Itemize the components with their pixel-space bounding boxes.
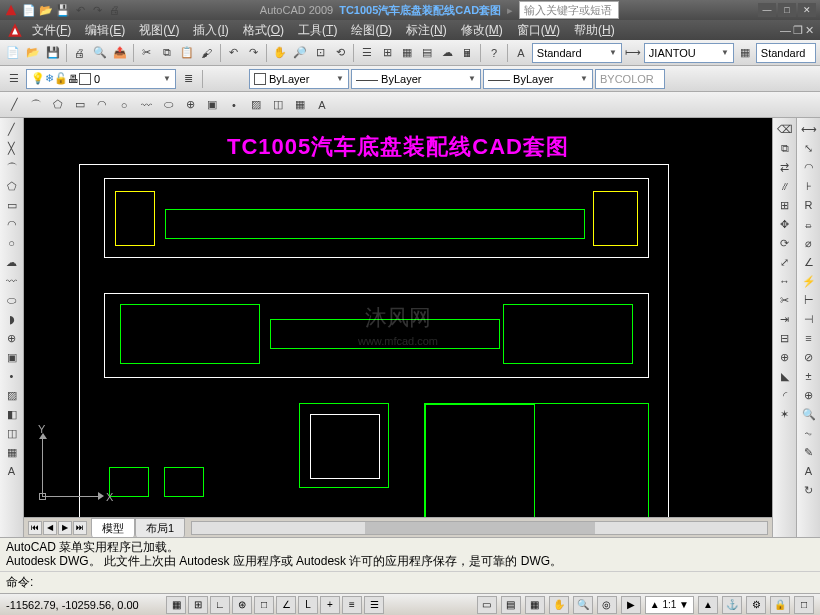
pan-icon[interactable]: ✋: [271, 43, 289, 63]
quickview-layouts-icon[interactable]: ▤: [501, 596, 521, 614]
dim-jogline-icon[interactable]: ⏦: [800, 424, 818, 442]
quickview-drawings-icon[interactable]: ▦: [525, 596, 545, 614]
app-menu-button[interactable]: [4, 3, 18, 17]
dim-arc-icon[interactable]: ◠: [800, 158, 818, 176]
dim-ang-icon[interactable]: ∠: [800, 253, 818, 271]
rect-icon[interactable]: ▭: [70, 95, 90, 115]
coordinate-readout[interactable]: -11562.79, -10259.56, 0.00: [6, 599, 156, 611]
otrack-toggle[interactable]: ∠: [276, 596, 296, 614]
publish-icon[interactable]: 📤: [111, 43, 129, 63]
layer-state-icon[interactable]: ≣: [178, 69, 198, 89]
trim-icon[interactable]: ✂: [776, 291, 794, 309]
explode-icon[interactable]: ✶: [776, 405, 794, 423]
qat-save-icon[interactable]: 💾: [56, 3, 70, 17]
polygon-icon[interactable]: ⬠: [48, 95, 68, 115]
lineweight-combo[interactable]: —— ByLayer▼: [351, 69, 481, 89]
tab-prev-icon[interactable]: ◀: [43, 521, 57, 535]
doc-restore-button[interactable]: ❐: [793, 24, 803, 37]
ellipse-icon[interactable]: ⬭: [158, 95, 178, 115]
join-icon[interactable]: ⊕: [776, 348, 794, 366]
tool-palette-icon[interactable]: ▦: [398, 43, 416, 63]
menu-d[interactable]: 绘图(D): [345, 20, 398, 41]
dim-update-icon[interactable]: ↻: [800, 481, 818, 499]
zoom-prev-icon[interactable]: ⟲: [331, 43, 349, 63]
dim-base-icon[interactable]: ⊢: [800, 291, 818, 309]
vellipsearc-icon[interactable]: ◗: [3, 310, 21, 328]
cut-icon[interactable]: ✂: [138, 43, 156, 63]
line-icon[interactable]: ╱: [4, 95, 24, 115]
clean-screen-icon[interactable]: □: [794, 596, 814, 614]
redo-icon[interactable]: ↷: [245, 43, 263, 63]
dimstyle-combo[interactable]: JIANTOU▼: [644, 43, 734, 63]
osnap-toggle[interactable]: □: [254, 596, 274, 614]
fillet-icon[interactable]: ◜: [776, 386, 794, 404]
tab-last-icon[interactable]: ⏭: [73, 521, 87, 535]
vspline2-icon[interactable]: 〰: [3, 272, 21, 290]
command-input[interactable]: [37, 576, 814, 590]
menu-w[interactable]: 窗口(W): [511, 20, 566, 41]
tab-first-icon[interactable]: ⏮: [28, 521, 42, 535]
tab-layout1[interactable]: 布局1: [135, 518, 185, 538]
hatch-icon[interactable]: ▨: [246, 95, 266, 115]
qat-open-icon[interactable]: 📂: [39, 3, 53, 17]
preview-icon[interactable]: 🔍: [91, 43, 109, 63]
lwt-toggle[interactable]: ≡: [342, 596, 362, 614]
vmtext-icon[interactable]: A: [3, 462, 21, 480]
dim-dia-icon[interactable]: ⌀: [800, 234, 818, 252]
workspace-switch-icon[interactable]: ⚙: [746, 596, 766, 614]
color-combo[interactable]: ByLayer▼: [249, 69, 349, 89]
textstyle-icon[interactable]: A: [512, 43, 530, 63]
erase-icon[interactable]: ⌫: [776, 120, 794, 138]
menu-f[interactable]: 文件(F): [26, 20, 77, 41]
doc-close-button[interactable]: ✕: [805, 24, 814, 37]
dim-ord-icon[interactable]: ⊦: [800, 177, 818, 195]
save-icon[interactable]: 💾: [44, 43, 62, 63]
zoom-realtime-icon[interactable]: 🔎: [291, 43, 309, 63]
menu-i[interactable]: 插入(I): [187, 20, 234, 41]
vline-icon[interactable]: ╱: [3, 120, 21, 138]
tolerance-icon[interactable]: ±: [800, 367, 818, 385]
dim-jog-icon[interactable]: ⏛: [800, 215, 818, 233]
vxline-icon[interactable]: ╳: [3, 139, 21, 157]
ortho-toggle[interactable]: ∟: [210, 596, 230, 614]
circle-icon[interactable]: ○: [114, 95, 134, 115]
vinsert-icon[interactable]: ⊕: [3, 329, 21, 347]
scale-icon[interactable]: ⤢: [776, 253, 794, 271]
vgradient-icon[interactable]: ◧: [3, 405, 21, 423]
menu-n[interactable]: 标注(N): [400, 20, 453, 41]
qat-undo-icon[interactable]: ↶: [73, 3, 87, 17]
plot-icon[interactable]: 🖨: [71, 43, 89, 63]
table-icon[interactable]: ▦: [290, 95, 310, 115]
tab-model[interactable]: 模型: [91, 518, 135, 538]
dyn-toggle[interactable]: +: [320, 596, 340, 614]
spline-icon[interactable]: 〰: [136, 95, 156, 115]
maximize-button[interactable]: □: [778, 3, 796, 17]
zoom-window-icon[interactable]: ⊡: [311, 43, 329, 63]
snap-toggle[interactable]: ▦: [166, 596, 186, 614]
point-icon[interactable]: •: [224, 95, 244, 115]
open-icon[interactable]: 📂: [24, 43, 42, 63]
menu-t[interactable]: 工具(T): [292, 20, 343, 41]
dim-break-icon[interactable]: ⊘: [800, 348, 818, 366]
polar-toggle[interactable]: ⊛: [232, 596, 252, 614]
ducs-toggle[interactable]: L: [298, 596, 318, 614]
menu-m[interactable]: 修改(M): [455, 20, 509, 41]
calc-icon[interactable]: 🖩: [458, 43, 476, 63]
properties-icon[interactable]: ☰: [358, 43, 376, 63]
qat-print-icon[interactable]: 🖨: [107, 3, 121, 17]
dim-aligned-icon[interactable]: ⤡: [800, 139, 818, 157]
dim-cont-icon[interactable]: ⊣: [800, 310, 818, 328]
steering-wheel-icon[interactable]: ◎: [597, 596, 617, 614]
break-icon[interactable]: ⊟: [776, 329, 794, 347]
paste-icon[interactable]: 📋: [178, 43, 196, 63]
vmake-icon[interactable]: ▣: [3, 348, 21, 366]
design-center-icon[interactable]: ⊞: [378, 43, 396, 63]
rotate-icon[interactable]: ⟳: [776, 234, 794, 252]
vpolyline-icon[interactable]: ⏜: [3, 158, 21, 176]
block-icon[interactable]: ▣: [202, 95, 222, 115]
hscrollbar[interactable]: [191, 521, 768, 535]
extend-icon[interactable]: ⇥: [776, 310, 794, 328]
tab-next-icon[interactable]: ▶: [58, 521, 72, 535]
offset-icon[interactable]: ⫽: [776, 177, 794, 195]
menu-o[interactable]: 格式(O): [237, 20, 290, 41]
